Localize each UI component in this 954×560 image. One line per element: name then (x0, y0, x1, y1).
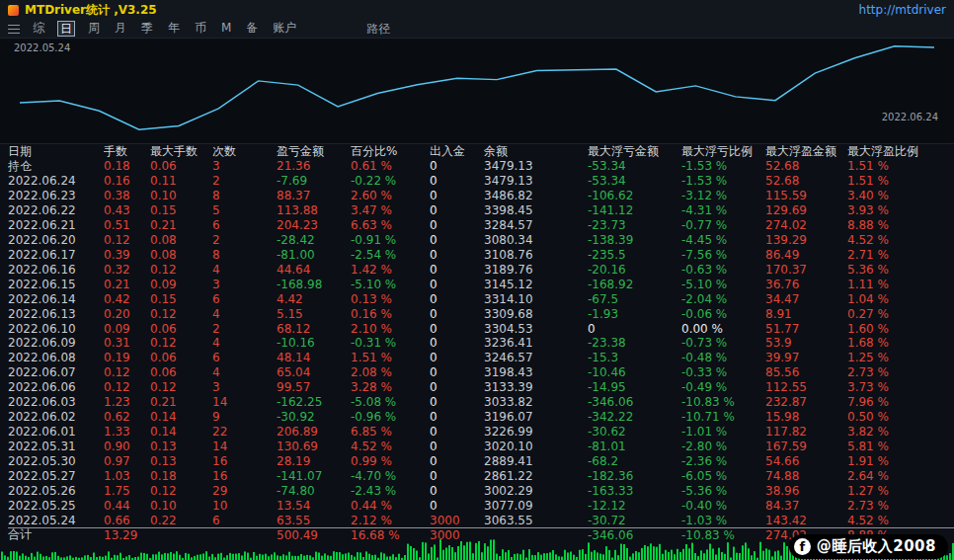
table-row[interactable]: 2022.06.011.330.1422206.896.85 %03226.99… (8, 425, 954, 440)
menu-item-10[interactable]: 账户 (271, 21, 298, 37)
website-link[interactable]: http://mtdriver (859, 3, 946, 17)
menu-bar: 综日周月季年币M备账户 路径 (0, 20, 954, 38)
table-row[interactable]: 2022.05.310.900.1314130.694.52 %03020.10… (8, 439, 954, 453)
chart-end-date: 2022.06.24 (882, 112, 938, 122)
header-cell-11: 最大浮盈金额 (765, 143, 847, 160)
table-cell: 2022.05.27 (8, 469, 104, 483)
table-row[interactable]: 2022.06.100.090.06268.122.10 %03304.5300… (8, 321, 954, 336)
table-cell: 0.16 % (351, 307, 430, 321)
table-row[interactable]: 2022.05.271.030.1816-141.07-4.70 %02861.… (8, 468, 954, 483)
table-row[interactable]: 2022.05.300.970.131628.190.99 %02889.41-… (8, 453, 954, 468)
table-cell: -141.07 (277, 469, 351, 483)
menu-item-8[interactable]: M (219, 21, 233, 37)
menu-item-1[interactable]: 综 (31, 21, 46, 37)
daily-stats-table: 日期手数最大手数次数盈亏金额百分比%出入金余额最大浮亏金额最大浮亏比例最大浮盈金… (0, 144, 954, 542)
table-cell: 0.62 (104, 410, 150, 424)
hamburger-icon[interactable] (8, 25, 20, 34)
header-cell-6: 百分比% (351, 143, 430, 160)
table-row[interactable]: 2022.05.240.660.22663.552.12 %30003063.5… (8, 513, 954, 527)
table-row[interactable]: 2022.06.210.510.216204.236.63 %03284.57-… (8, 218, 954, 233)
table-cell: 8 (212, 248, 277, 262)
table-cell: 2.71 % (847, 248, 954, 262)
table-cell: 2022.06.08 (8, 351, 104, 364)
table-header-row: 日期手数最大手数次数盈亏金额百分比%出入金余额最大浮亏金额最大浮亏比例最大浮盈金… (8, 144, 954, 159)
table-cell: 0.06 (150, 365, 212, 379)
table-cell: 3000 (430, 514, 484, 527)
menu-item-2[interactable]: 日 (57, 21, 75, 37)
table-cell: -10.83 % (681, 528, 765, 542)
table-cell: 54.66 (765, 454, 847, 468)
table-cell: 0.22 (150, 514, 212, 527)
table-row[interactable]: 2022.06.200.120.082-28.42-0.91 %03080.34… (8, 233, 954, 248)
menu-item-9[interactable]: 备 (244, 21, 260, 37)
menu-item-7[interactable]: 币 (193, 21, 208, 37)
table-row[interactable]: 2022.05.250.440.101013.540.44 %03077.09-… (8, 498, 954, 513)
table-cell: 6 (212, 351, 277, 364)
table-cell: 3226.99 (484, 425, 588, 439)
menu-items: 综日周月季年币M备账户 (31, 21, 298, 37)
table-row[interactable]: 2022.06.130.200.1245.150.16 %03309.68-1.… (8, 306, 954, 321)
table-row[interactable]: 2022.06.060.120.12399.573.28 %03133.39-1… (8, 380, 954, 395)
table-cell: 29 (212, 484, 277, 498)
table-cell: 52.68 (765, 174, 847, 188)
table-cell: 3246.57 (484, 351, 588, 364)
table-cell: -138.39 (588, 233, 681, 247)
table-cell: -0.33 % (681, 365, 765, 379)
menu-item-5[interactable]: 季 (139, 21, 155, 37)
watermark-text: @睡后收入2008 (817, 537, 936, 556)
table-row[interactable]: 2022.06.031.230.2114-162.25-5.08 %03033.… (8, 395, 954, 410)
table-cell: -5.10 % (351, 278, 430, 291)
table-cell: 1.51 % (847, 174, 954, 188)
table-cell: 130.69 (277, 440, 351, 453)
menu-item-3[interactable]: 周 (86, 21, 102, 37)
table-cell: 2022.06.20 (8, 233, 104, 247)
table-cell: -0.91 % (351, 233, 430, 247)
table-cell: 0.06 (150, 159, 212, 173)
table-cell: 48.14 (277, 351, 351, 364)
table-row[interactable]: 2022.06.230.380.10888.372.60 %03486.82-1… (8, 189, 954, 203)
app-window: MTDriver统计 ,V3.25 http://mtdriver 综日周月季年… (0, 0, 954, 560)
table-cell: 0.31 (104, 336, 150, 350)
table-cell: 0.10 (150, 499, 212, 513)
menu-item-path[interactable]: 路径 (364, 22, 392, 36)
table-cell: 0.10 (150, 189, 212, 202)
table-row[interactable]: 2022.06.160.320.12444.641.42 %03189.76-2… (8, 262, 954, 277)
table-cell: 51.77 (765, 322, 847, 336)
table-row[interactable]: 2022.06.170.390.088-81.00-2.54 %03108.76… (8, 247, 954, 262)
table-cell: 3.93 % (847, 203, 954, 217)
table-cell: 0.08 (150, 233, 212, 247)
table-cell: 4.52 % (351, 440, 430, 453)
table-cell: 63.55 (277, 514, 351, 527)
table-row[interactable]: 2022.06.220.430.155113.883.47 %03398.45-… (8, 203, 954, 218)
table-cell: -5.36 % (681, 484, 765, 498)
table-cell: 3314.10 (484, 292, 588, 306)
table-cell: 0.97 (104, 454, 150, 468)
table-row[interactable]: 2022.06.140.420.1564.420.13 %03314.10-67… (8, 291, 954, 306)
table-row[interactable]: 2022.06.080.190.06648.141.51 %03246.57-1… (8, 351, 954, 365)
table-cell: 2022.06.14 (8, 292, 104, 306)
table-cell: 3236.41 (484, 336, 588, 350)
table-row-position[interactable]: 持仓0.180.06321.360.61 %03479.13-53.34-1.5… (8, 159, 954, 174)
table-cell: -81.00 (277, 248, 351, 262)
table-cell: 0.13 (150, 440, 212, 453)
menu-item-4[interactable]: 月 (113, 21, 128, 37)
table-cell: 4 (212, 307, 277, 321)
table-cell: 14 (212, 395, 277, 409)
table-cell: -1.03 % (681, 514, 765, 527)
table-row[interactable]: 2022.06.150.210.093-168.98-5.10 %03145.1… (8, 277, 954, 291)
table-cell: 2.08 % (351, 365, 430, 379)
table-row[interactable]: 2022.06.070.120.06465.042.08 %03198.43-1… (8, 365, 954, 380)
table-cell: 53.9 (765, 336, 847, 350)
table-cell: -342.22 (588, 410, 681, 424)
table-body: 持仓0.180.06321.360.61 %03479.13-53.34-1.5… (8, 159, 954, 542)
table-cell: 1.68 % (847, 336, 954, 350)
table-cell: -4.70 % (351, 469, 430, 483)
table-row[interactable]: 2022.06.090.310.124-10.16-0.31 %03236.41… (8, 336, 954, 351)
table-row[interactable]: 2022.05.261.750.1229-74.80-2.43 %03002.2… (8, 483, 954, 498)
table-cell: 0.12 (150, 484, 212, 498)
table-cell: 0.09 (150, 278, 212, 291)
table-row[interactable]: 2022.06.020.620.149-30.92-0.96 %03196.07… (8, 410, 954, 425)
table-cell: 85.56 (765, 365, 847, 379)
table-row[interactable]: 2022.06.240.160.112-7.69-0.22 %03479.13-… (8, 174, 954, 189)
menu-item-6[interactable]: 年 (166, 21, 182, 37)
